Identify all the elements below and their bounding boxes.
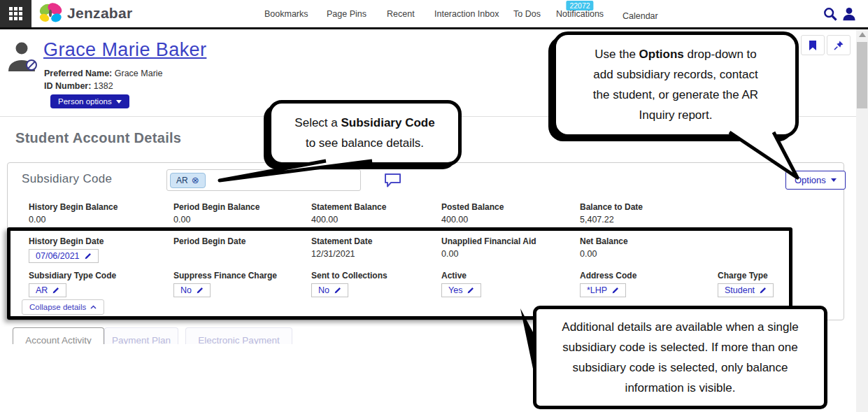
callout-options-dropdown: Use the Options drop-down to add subsidi…	[553, 31, 799, 138]
pencil-icon	[759, 287, 767, 294]
search-button[interactable]	[823, 6, 838, 22]
nav-notifications[interactable]: 22072 Notifications	[556, 9, 604, 19]
detail-field: History Begin Date 07/06/2021	[29, 236, 173, 263]
top-navigation-bar: Jenzabar Bookmarks Page Pins Recent Inte…	[0, 0, 868, 29]
vertical-scrollbar[interactable]	[856, 29, 868, 412]
charge-type-edit[interactable]: Student	[718, 283, 774, 297]
detail-field: Net Balance 0.00	[580, 236, 718, 263]
detail-field: Suppress Finance Charge No	[173, 271, 311, 297]
app-launcher-button[interactable]	[0, 0, 31, 27]
options-dropdown-button[interactable]: Options	[785, 171, 846, 190]
nav-to-dos[interactable]: To Dos	[513, 9, 541, 19]
tab-electronic-payment[interactable]: Electronic Payment	[185, 327, 292, 344]
active-edit[interactable]: Yes	[441, 283, 481, 297]
subsidiary-code-label: Subsidiary Code	[22, 172, 112, 186]
pencil-icon	[334, 287, 341, 294]
nav-calendar[interactable]: Calendar	[622, 11, 658, 21]
detail-field: Sent to Collections No	[311, 271, 441, 297]
detail-field: Address Code *LHP	[580, 271, 718, 297]
person-icon	[841, 6, 857, 22]
detail-fields-row-1: History Begin Date 07/06/2021 Period Beg…	[8, 236, 840, 263]
tab-account-activity[interactable]: Account Activity	[13, 327, 104, 344]
balance-field: Posted Balance 400.00	[441, 202, 580, 225]
balance-field: Statement Balance 400.00	[311, 202, 441, 225]
balance-field: Balance to Date 5,407.22	[580, 202, 718, 225]
student-account-details-panel: Subsidiary Code AR ⊗ Options History Beg…	[7, 162, 844, 320]
nav-bookmarks[interactable]: Bookmarks	[264, 9, 308, 19]
pencil-icon	[467, 287, 474, 294]
pencil-icon	[84, 253, 92, 260]
logo-wordmark: Jenzabar	[67, 5, 132, 22]
detail-field: Charge Type Student	[718, 271, 840, 297]
balance-field: Period Begin Balance 0.00	[173, 202, 311, 225]
remove-tag-icon[interactable]: ⊗	[192, 176, 199, 185]
search-icon	[823, 6, 838, 22]
subsidiary-tag: AR ⊗	[170, 173, 206, 188]
caret-down-icon	[116, 100, 122, 104]
tab-payment-plan[interactable]: Payment Plan	[104, 327, 178, 344]
suppress-finance-charge-edit[interactable]: No	[173, 283, 211, 297]
bookmark-icon	[808, 40, 818, 51]
pencil-icon	[196, 287, 204, 294]
pin-page-button[interactable]	[827, 35, 851, 55]
detail-field: Period Begin Date	[173, 236, 311, 263]
subsidiary-tag-code: AR	[176, 176, 188, 185]
nav-page-pins[interactable]: Page Pins	[327, 9, 367, 19]
detail-fields-row-2: Subsidiary Type Code AR Suppress Finance…	[8, 271, 840, 297]
nav-notifications-label: Notifications	[556, 9, 604, 19]
preferred-name-value: Grace Marie	[115, 69, 163, 78]
nav-interaction-inbox[interactable]: Interaction Inbox	[434, 9, 499, 19]
detail-field: Subsidiary Type Code AR	[29, 271, 173, 297]
id-number-label: ID Number:	[44, 81, 91, 91]
person-options-label: Person options	[58, 97, 112, 106]
bookmark-page-button[interactable]	[801, 35, 825, 55]
scroll-up-arrow-icon[interactable]	[859, 32, 866, 37]
options-button-label: Options	[795, 175, 826, 185]
detail-field: Unapplied Financial Aid 0.00	[441, 236, 580, 263]
student-name-link[interactable]: Grace Marie Baker	[43, 39, 206, 61]
grid-icon	[9, 7, 22, 20]
subsidiary-code-input[interactable]: AR ⊗	[166, 169, 361, 191]
butterfly-logo-icon	[38, 3, 63, 24]
comment-icon[interactable]	[384, 173, 401, 187]
jenzabar-app-window: Jenzabar Bookmarks Page Pins Recent Inte…	[0, 0, 868, 412]
id-number-line: ID Number: 1382	[44, 81, 113, 91]
scrollbar-thumb[interactable]	[857, 42, 867, 108]
person-options-button[interactable]: Person options	[50, 94, 129, 108]
collapse-details-button[interactable]: Collapse details	[22, 299, 104, 315]
preferred-name-line: Preferred Name: Grace Marie	[44, 69, 163, 78]
nav-recent[interactable]: Recent	[387, 9, 415, 19]
callout-additional-details: Additional details are available when a …	[533, 306, 827, 409]
balance-field: History Begin Balance 0.00	[29, 202, 173, 225]
pushpin-icon	[833, 40, 844, 51]
jenzabar-logo[interactable]: Jenzabar	[38, 3, 132, 24]
student-avatar	[6, 39, 39, 73]
address-code-edit[interactable]: *LHP	[580, 283, 626, 297]
detail-field: Statement Date 12/31/2021	[311, 236, 441, 263]
sent-to-collections-edit[interactable]: No	[311, 283, 348, 297]
callout-subsidiary-code: Select a Subsidiary Code to see balance …	[268, 100, 462, 166]
collapse-details-label: Collapse details	[29, 303, 86, 311]
id-number-value: 1382	[94, 81, 113, 91]
detail-field: Active Yes	[441, 271, 580, 297]
pencil-icon	[611, 287, 619, 294]
user-account-button[interactable]	[841, 6, 857, 22]
subsidiary-type-code-edit[interactable]: AR	[29, 283, 66, 297]
notifications-count-badge: 22072	[566, 1, 593, 10]
caret-down-icon	[831, 178, 837, 182]
chevron-up-icon	[90, 305, 97, 309]
preferred-name-label: Preferred Name:	[44, 69, 112, 78]
page-title: Student Account Details	[15, 130, 181, 146]
detail-tabs-bar: Account Activity Payment Plan Electronic…	[7, 327, 581, 344]
pencil-icon	[52, 287, 59, 294]
history-begin-date-edit[interactable]: 07/06/2021	[29, 249, 99, 263]
balances-row: History Begin Balance 0.00 Period Begin …	[8, 202, 840, 225]
